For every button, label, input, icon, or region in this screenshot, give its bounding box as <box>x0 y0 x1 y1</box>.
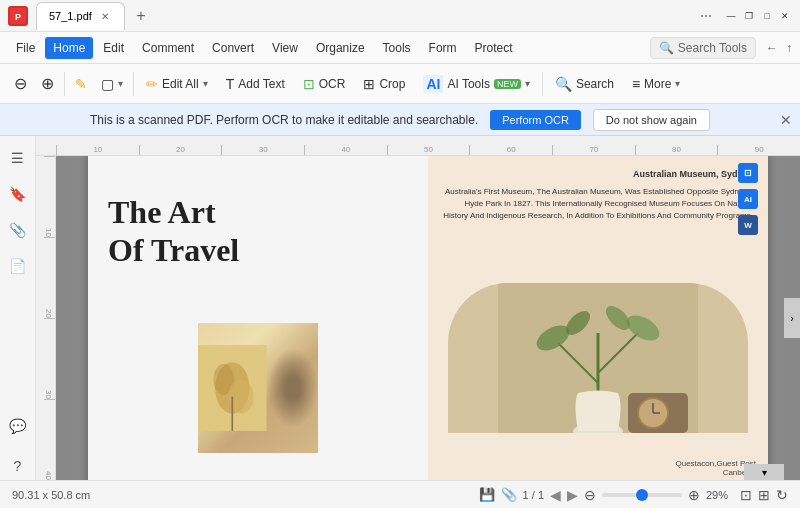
zoom-in-status-button[interactable]: ⊕ <box>688 487 700 503</box>
zoom-out-status-button[interactable]: ⊖ <box>584 487 596 503</box>
ai-tools-badge: NEW <box>494 79 521 89</box>
ai-tools-dropdown: ▾ <box>525 78 530 89</box>
minimize-button[interactable]: — <box>724 9 738 23</box>
left-sidebar: ☰ 🔖 📎 📄 💬 ? <box>0 136 36 480</box>
main-area: ☰ 🔖 📎 📄 💬 ? 10 20 30 40 50 60 70 80 90 <box>0 136 800 480</box>
active-tab[interactable]: 57_1.pdf ✕ <box>36 2 125 30</box>
status-bar: 90.31 x 50.8 cm 💾 📎 1 / 1 ◀ ▶ ⊖ ⊕ 29% ⊡ … <box>0 480 800 508</box>
scroll-right-arrow[interactable]: › <box>784 298 800 338</box>
sidebar-pages-icon[interactable]: 📄 <box>4 252 32 280</box>
tab-close-button[interactable]: ✕ <box>98 9 112 23</box>
zoom-thumb[interactable] <box>636 489 648 501</box>
menu-view[interactable]: View <box>264 37 306 59</box>
zoom-slider[interactable] <box>602 493 682 497</box>
ai-tools-icon: AI <box>423 75 443 93</box>
save-icon[interactable]: 💾 <box>479 487 495 502</box>
add-text-button[interactable]: T Add Text <box>218 72 293 96</box>
pdf-title: The Art Of Travel <box>108 193 408 270</box>
pdf-museum-name: Australian Museum, Sydney <box>443 168 753 182</box>
menu-convert[interactable]: Convert <box>204 37 262 59</box>
flower-image <box>198 323 318 453</box>
scroll-area[interactable]: The Art Of Travel <box>56 156 800 480</box>
menu-organize[interactable]: Organize <box>308 37 373 59</box>
menu-protect[interactable]: Protect <box>467 37 521 59</box>
menu-form[interactable]: Form <box>421 37 465 59</box>
settings-icon-titlebar[interactable]: ⋯ <box>692 2 720 30</box>
ruler-vertical: 10 20 30 40 <box>36 156 56 480</box>
more-icon: ≡ <box>632 76 640 92</box>
svg-text:P: P <box>15 12 21 22</box>
sidebar-panels-icon[interactable]: ☰ <box>4 144 32 172</box>
restore-button[interactable]: ❐ <box>742 9 756 23</box>
app-icon: P <box>8 6 28 26</box>
badge-ai: AI <box>738 189 758 209</box>
search-label: Search <box>576 77 614 91</box>
title-bar: P 57_1.pdf ✕ + ⋯ — ❐ □ ✕ <box>0 0 800 32</box>
pdf-page: The Art Of Travel <box>88 156 768 480</box>
title-bar-left: P <box>8 6 28 26</box>
select-shape-dropdown: ▾ <box>118 78 123 89</box>
menu-home[interactable]: Home <box>45 37 93 59</box>
maximize-button[interactable]: □ <box>760 9 774 23</box>
attach-icon[interactable]: 📎 <box>501 487 517 502</box>
rotate-button[interactable]: ↻ <box>776 487 788 503</box>
total-pages: 1 <box>538 489 544 501</box>
zoom-in-icon: ⊕ <box>41 74 54 93</box>
notification-close-button[interactable]: ✕ <box>780 112 792 128</box>
sidebar-help-icon[interactable]: ? <box>4 452 32 480</box>
zoom-out-button[interactable]: ⊖ <box>8 70 33 97</box>
highlight-button[interactable]: ✎ <box>69 72 93 96</box>
add-text-label: Add Text <box>238 77 284 91</box>
select-shape-button[interactable]: ▢ ▾ <box>95 72 129 96</box>
fit-width-button[interactable]: ⊡ <box>740 487 752 503</box>
prev-page-button[interactable]: ◀ <box>550 487 561 503</box>
crop-button[interactable]: ⊞ Crop <box>355 72 413 96</box>
pdf-right-text: Australian Museum, Sydney Australia's Fi… <box>443 168 753 222</box>
menu-tools[interactable]: Tools <box>375 37 419 59</box>
menu-comment[interactable]: Comment <box>134 37 202 59</box>
ai-tools-label: AI Tools <box>447 77 489 91</box>
more-button[interactable]: ≡ More ▾ <box>624 72 689 96</box>
more-label: More <box>644 77 671 91</box>
crop-icon: ⊞ <box>363 76 375 92</box>
back-icon[interactable]: ← <box>766 41 778 55</box>
scroll-down-arrow[interactable]: ▾ <box>744 464 784 480</box>
pdf-plant-image <box>428 283 768 453</box>
content-wrapper: 10 20 30 40 50 60 70 80 90 10 <box>36 136 800 480</box>
pdf-museum-body: Australia's First Museum, The Australian… <box>443 186 753 222</box>
notification-bar: This is a scanned PDF. Perform OCR to ma… <box>0 104 800 136</box>
do-not-show-button[interactable]: Do not show again <box>593 109 710 131</box>
sidebar-bookmark-icon[interactable]: 🔖 <box>4 180 32 208</box>
new-tab-button[interactable]: + <box>129 4 153 28</box>
share-icon[interactable]: ↑ <box>786 41 792 55</box>
separator-2 <box>133 72 134 96</box>
perform-ocr-button[interactable]: Perform OCR <box>490 110 581 130</box>
menu-edit[interactable]: Edit <box>95 37 132 59</box>
badge-word: W <box>738 215 758 235</box>
fit-page-button[interactable]: ⊞ <box>758 487 770 503</box>
ocr-label: OCR <box>319 77 346 91</box>
menu-file[interactable]: File <box>8 37 43 59</box>
ai-tools-button[interactable]: AI AI Tools NEW ▾ <box>415 71 537 97</box>
zoom-level: 29% <box>706 489 734 501</box>
sidebar-comments-icon[interactable]: 💬 <box>4 412 32 440</box>
edit-all-button[interactable]: ✏ Edit All ▾ <box>138 72 216 96</box>
separator-3 <box>542 72 543 96</box>
status-right: 💾 📎 1 / 1 ◀ ▶ ⊖ ⊕ 29% ⊡ ⊞ ↻ <box>479 487 788 503</box>
title-bar-actions: ← ↑ <box>766 41 792 55</box>
search-button[interactable]: 🔍 Search <box>547 72 622 96</box>
search-tools-box[interactable]: 🔍 Search Tools <box>650 37 756 59</box>
next-page-button[interactable]: ▶ <box>567 487 578 503</box>
pdf-right-panel: Australian Museum, Sydney Australia's Fi… <box>428 156 768 480</box>
sidebar-attachment-icon[interactable]: 📎 <box>4 216 32 244</box>
current-page: 1 <box>523 489 529 501</box>
ocr-button[interactable]: ⊡ OCR <box>295 72 354 96</box>
separator-1 <box>64 72 65 96</box>
page-dimensions: 90.31 x 50.8 cm <box>12 489 90 501</box>
badge-blue: ⊡ <box>738 163 758 183</box>
close-button[interactable]: ✕ <box>778 9 792 23</box>
zoom-in-button[interactable]: ⊕ <box>35 70 60 97</box>
search-icon: 🔍 <box>555 76 572 92</box>
ruler-and-content: 10 20 30 40 The Art Of Travel <box>36 156 800 480</box>
pdf-flower-thumbnail <box>198 323 318 453</box>
